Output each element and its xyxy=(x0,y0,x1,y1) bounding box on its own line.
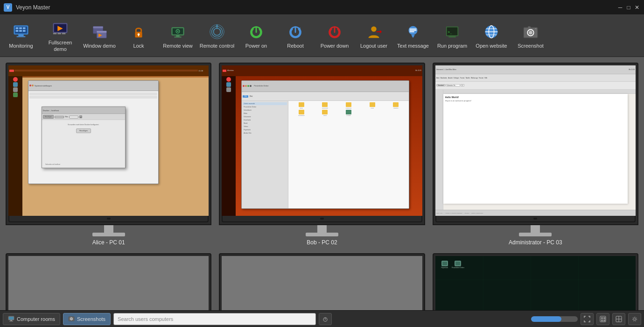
svg-point-62 xyxy=(529,31,532,35)
power-status-icon xyxy=(322,316,329,322)
svg-rect-74 xyxy=(9,321,13,321)
monitor-screen-max: Papierkorb Persönlicher Ordner xyxy=(435,256,636,310)
monitor-led-bob xyxy=(320,218,324,220)
text-message-label: Text message xyxy=(397,43,429,49)
monitor-base-bob xyxy=(306,233,338,236)
fullscreen-toggle-icon xyxy=(584,316,590,322)
search-input[interactable] xyxy=(113,313,315,325)
svg-rect-83 xyxy=(603,317,605,319)
monitor-icon xyxy=(12,22,30,41)
open-website-icon xyxy=(482,22,501,41)
toolbar-monitoring[interactable]: Monitoring xyxy=(2,17,40,55)
pc-frame-alice: 15:59 xyxy=(6,63,211,236)
toolbar-window-demo[interactable]: Window demo xyxy=(80,17,119,55)
svg-rect-8 xyxy=(19,30,22,32)
maximize-button[interactable]: □ xyxy=(625,4,632,11)
progress-bar-fill xyxy=(531,316,561,322)
toolbar-power-on[interactable]: Power on xyxy=(237,17,275,55)
svg-rect-4 xyxy=(16,27,19,29)
svg-rect-85 xyxy=(603,320,605,321)
window-controls: ─ □ ✕ xyxy=(617,4,640,11)
fullscreen-toggle-button[interactable] xyxy=(581,313,594,325)
close-button[interactable]: ✕ xyxy=(634,4,640,11)
pc-card-alice[interactable]: 15:59 xyxy=(6,63,211,246)
svg-rect-17 xyxy=(93,27,103,28)
toolbar-text-message[interactable]: Text message xyxy=(394,17,432,55)
monitor-screen-pc04 xyxy=(8,256,209,310)
svg-rect-14 xyxy=(57,33,61,35)
remote-control-icon xyxy=(208,22,226,41)
app-icon: V xyxy=(4,3,12,12)
svg-rect-6 xyxy=(23,27,26,29)
toolbar-run-program[interactable]: >_ Run program xyxy=(433,17,471,55)
monitor-led-alice xyxy=(107,218,111,220)
toolbar-reboot[interactable]: Reboot xyxy=(276,17,315,55)
monitor-base-alice xyxy=(92,233,125,236)
svg-rect-19 xyxy=(97,31,106,33)
svg-point-89 xyxy=(634,318,636,320)
computer-rooms-label: Computer rooms xyxy=(17,316,55,322)
svg-rect-82 xyxy=(601,317,603,319)
monitor-screen-alice: 15:59 xyxy=(8,65,209,216)
grid-view-icon xyxy=(616,316,622,322)
toolbar: Monitoring Fullscreen demo xyxy=(0,15,644,57)
remote-view-icon xyxy=(168,22,187,41)
svg-point-42 xyxy=(371,27,376,32)
reboot-label: Reboot xyxy=(287,43,303,49)
svg-rect-53 xyxy=(448,36,455,37)
svg-rect-64 xyxy=(535,28,537,29)
svg-rect-2 xyxy=(18,35,23,36)
window-icon xyxy=(90,22,109,41)
remote-control-label: Remote control xyxy=(200,43,235,49)
svg-rect-5 xyxy=(19,27,22,29)
toolbar-lock[interactable]: Lock xyxy=(119,17,158,55)
pc-frame-max: Papierkorb Persönlicher Ordner xyxy=(433,253,638,310)
toolbar-remote-view[interactable]: Remote view xyxy=(159,17,197,55)
toolbar-screenshot[interactable]: Screenshot xyxy=(511,17,550,55)
svg-rect-9 xyxy=(23,30,26,32)
svg-rect-84 xyxy=(601,320,603,321)
toolbar-power-down[interactable]: Power down xyxy=(315,17,354,55)
monitor-screen-bob: Aktivitäten Mo 15:59 xyxy=(222,65,422,216)
computer-rooms-icon xyxy=(8,316,14,322)
settings-button[interactable] xyxy=(628,313,641,325)
toolbar-fullscreen-demo[interactable]: Fullscreen demo xyxy=(41,17,79,55)
pc-card-admin[interactable]: Unbenannt 1 - LibreOffice Writer Mo 15:5… xyxy=(433,63,638,246)
main-area: 15:59 xyxy=(0,57,644,310)
svg-rect-3 xyxy=(17,36,26,37)
computer-rooms-button[interactable]: Computer rooms xyxy=(3,313,60,325)
svg-rect-23 xyxy=(138,35,139,36)
fullscreen-icon xyxy=(51,19,70,38)
monitor-outer-pc04 xyxy=(6,253,211,310)
reboot-icon xyxy=(286,22,305,41)
screenshots-button[interactable]: Screenshots xyxy=(63,313,111,325)
svg-rect-15 xyxy=(62,33,66,35)
svg-marker-44 xyxy=(380,30,382,34)
power-on-label: Power on xyxy=(245,43,267,49)
grid-view-button[interactable] xyxy=(612,313,625,325)
title-text: Veyon Master xyxy=(16,4,50,11)
monitor-screen-admin: Unbenannt 1 - LibreOffice Writer Mo 15:5… xyxy=(435,65,636,216)
toolbar-open-website[interactable]: Open website xyxy=(472,17,511,55)
pc-card-pc04[interactable]: PC 04 xyxy=(6,253,211,310)
svg-point-27 xyxy=(177,31,179,32)
monitor-neck-admin xyxy=(531,225,540,233)
pc-card-pc05[interactable]: PC 05 xyxy=(219,253,425,310)
pc-card-max[interactable]: Papierkorb Persönlicher Ordner xyxy=(433,253,638,310)
monitor-outer-admin: Unbenannt 1 - LibreOffice Writer Mo 15:5… xyxy=(433,63,638,225)
pc-frame-pc04 xyxy=(6,253,211,310)
svg-rect-29 xyxy=(174,36,181,37)
fullscreen-demo-label: Fullscreen demo xyxy=(42,40,79,52)
svg-rect-63 xyxy=(528,27,531,28)
monitor-base-admin xyxy=(519,233,552,236)
power-status-button[interactable] xyxy=(319,313,332,325)
settings-icon xyxy=(631,316,638,322)
toolbar-remote-control[interactable]: Remote control xyxy=(198,17,236,55)
minimize-button[interactable]: ─ xyxy=(617,4,623,11)
pc-card-bob[interactable]: Aktivitäten Mo 15:59 xyxy=(219,63,425,246)
toolbar-logout-user[interactable]: Logout user xyxy=(355,17,393,55)
svg-rect-28 xyxy=(176,36,180,37)
logout-icon xyxy=(364,22,383,41)
zoom-out-button[interactable] xyxy=(596,313,609,325)
title-bar: V Veyon Master ─ □ ✕ xyxy=(0,0,644,15)
